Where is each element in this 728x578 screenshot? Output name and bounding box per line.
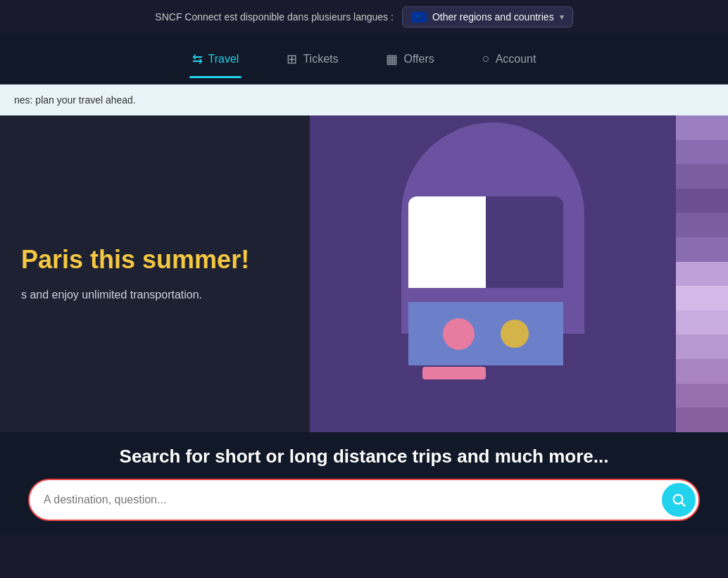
train-bumper bbox=[422, 367, 486, 379]
account-icon: ○ bbox=[482, 51, 490, 66]
train-lower-body bbox=[408, 302, 563, 365]
hero-section: Paris this summer! s and enjoy unlimited… bbox=[0, 115, 728, 432]
stripe-8 bbox=[676, 286, 728, 310]
nav-label-travel: Travel bbox=[208, 53, 239, 65]
lang-bar-text: SNCF Connect est disponible dans plusieu… bbox=[155, 11, 394, 23]
search-button[interactable] bbox=[662, 483, 696, 517]
hero-subtitle: s and enjoy unlimited transportation. bbox=[21, 287, 289, 303]
tagline-text: nes: plan your travel ahead. bbox=[14, 94, 136, 106]
search-input[interactable] bbox=[44, 486, 662, 513]
train-window-left bbox=[408, 196, 486, 288]
search-bar bbox=[28, 479, 700, 521]
language-bar: SNCF Connect est disponible dans plusieu… bbox=[0, 0, 728, 34]
search-heading: Search for short or long distance trips … bbox=[120, 446, 609, 467]
train-window-right bbox=[486, 196, 563, 288]
svg-line-1 bbox=[682, 503, 685, 506]
language-selector[interactable]: 🇪🇺 Other regions and countries ▾ bbox=[402, 6, 573, 27]
stripe-7 bbox=[676, 262, 728, 287]
nav-item-account[interactable]: ○ Account bbox=[479, 46, 539, 72]
travel-icon: ⇆ bbox=[192, 51, 203, 67]
train-illustration bbox=[387, 154, 598, 394]
stripe-3 bbox=[676, 164, 728, 189]
nav-label-tickets: Tickets bbox=[303, 53, 338, 65]
stripe-6 bbox=[676, 237, 728, 262]
stripe-12 bbox=[676, 384, 728, 408]
eu-flag-icon: 🇪🇺 bbox=[411, 12, 427, 23]
main-navbar: ⇆ Travel ⊞ Tickets ▦ Offers ○ Account bbox=[0, 34, 728, 84]
stripe-1 bbox=[676, 115, 728, 140]
stripe-9 bbox=[676, 310, 728, 335]
stripe-4 bbox=[676, 189, 728, 213]
search-icon bbox=[671, 492, 686, 508]
stripe-5 bbox=[676, 213, 728, 237]
search-section: Search for short or long distance trips … bbox=[0, 432, 728, 534]
stripe-13 bbox=[676, 408, 728, 432]
hero-stripe-panel bbox=[676, 115, 728, 432]
nav-item-tickets[interactable]: ⊞ Tickets bbox=[284, 46, 341, 73]
chevron-down-icon: ▾ bbox=[560, 12, 564, 22]
stripe-10 bbox=[676, 334, 728, 359]
nav-item-offers[interactable]: ▦ Offers bbox=[383, 46, 437, 73]
hero-illustration bbox=[310, 115, 676, 432]
offers-icon: ▦ bbox=[386, 51, 398, 67]
hero-left-panel: Paris this summer! s and enjoy unlimited… bbox=[0, 115, 310, 432]
tickets-icon: ⊞ bbox=[287, 51, 297, 67]
stripe-11 bbox=[676, 359, 728, 384]
tagline-bar: nes: plan your travel ahead. bbox=[0, 84, 728, 115]
train-headlight-left bbox=[443, 318, 475, 350]
train-headlight-right bbox=[501, 320, 529, 348]
hero-title: Paris this summer! bbox=[21, 244, 289, 275]
svg-point-0 bbox=[674, 495, 683, 504]
nav-item-travel[interactable]: ⇆ Travel bbox=[189, 46, 242, 73]
nav-label-offers: Offers bbox=[403, 53, 434, 65]
train-window bbox=[408, 196, 563, 288]
stripe-2 bbox=[676, 140, 728, 165]
nav-label-account: Account bbox=[496, 53, 536, 65]
lang-selector-label: Other regions and countries bbox=[432, 11, 554, 23]
